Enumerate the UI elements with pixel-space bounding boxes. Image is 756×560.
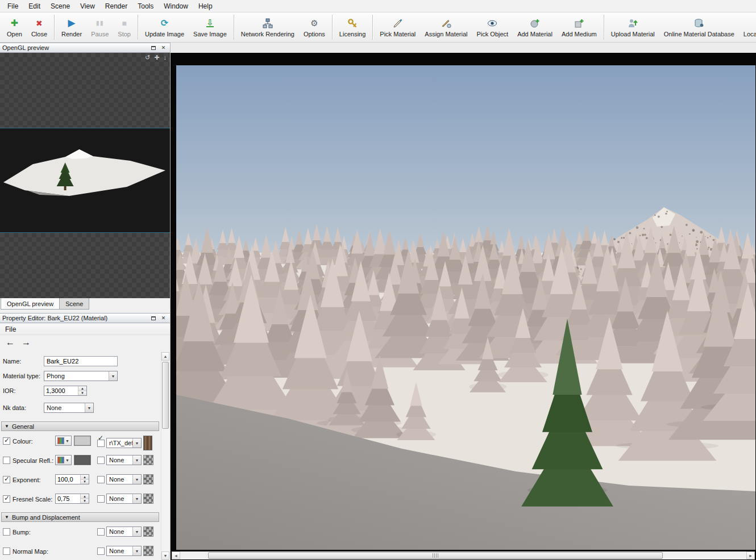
exponent-texture-combo[interactable]: None ▼: [106, 474, 142, 484]
ior-spinner[interactable]: ▲▼: [44, 386, 87, 396]
texture-map-button[interactable]: [143, 494, 153, 504]
texture-map-button[interactable]: [143, 546, 153, 556]
specular-enable-checkbox[interactable]: [3, 457, 10, 464]
exponent-enable-checkbox[interactable]: [3, 476, 10, 483]
opengl-preview-surface[interactable]: [0, 128, 170, 233]
colour-texture-combo[interactable]: r\TX_def ▼: [106, 438, 142, 448]
toolbar-button-render[interactable]: ▶Render: [57, 14, 86, 41]
colour-enable-checkbox[interactable]: [3, 437, 10, 445]
specular-picker-dropdown[interactable]: ▼: [55, 455, 72, 465]
nk-data-dropdown[interactable]: None ▼: [44, 403, 94, 413]
chevron-down-icon[interactable]: ▼: [109, 371, 117, 381]
spin-up-icon[interactable]: ▲: [78, 386, 86, 391]
back-icon[interactable]: ←: [6, 338, 15, 347]
fresnel-texture-checkbox[interactable]: [97, 495, 105, 503]
fresnel-enable-checkbox[interactable]: [3, 495, 10, 503]
menu-scene[interactable]: Scene: [45, 1, 75, 12]
exponent-spinner[interactable]: ▲▼: [55, 474, 89, 484]
name-input[interactable]: [44, 356, 118, 366]
colour-picker-dropdown[interactable]: ▼: [55, 436, 72, 446]
toolbar-button-update-image[interactable]: ⟳Update Image: [140, 14, 189, 41]
menu-file[interactable]: File: [2, 1, 23, 12]
toolbar-button-pick-material[interactable]: Pick Material: [375, 14, 420, 41]
zoom-extents-icon[interactable]: ↓: [164, 55, 167, 61]
toolbar-button-upload-material[interactable]: Upload Material: [607, 14, 659, 41]
forward-icon[interactable]: →: [22, 338, 31, 347]
fresnel-texture-combo[interactable]: None ▼: [106, 494, 142, 504]
scroll-down-icon[interactable]: ▼: [161, 551, 169, 560]
toolbar-button-local-material-database[interactable]: Local Material Database: [739, 14, 756, 41]
bump-texture-combo[interactable]: None ▼: [106, 526, 142, 537]
menu-view[interactable]: View: [75, 1, 100, 12]
toolbar-button-stop[interactable]: ■Stop: [113, 14, 135, 41]
chevron-down-icon[interactable]: ▼: [132, 438, 141, 448]
specular-texture-checkbox[interactable]: [97, 457, 105, 464]
normal-map-enable-checkbox[interactable]: [3, 548, 10, 555]
spin-down-icon[interactable]: ▼: [81, 499, 89, 504]
toolbar-button-pause[interactable]: ▮▮Pause: [86, 14, 113, 41]
hscroll-thumb[interactable]: [208, 552, 663, 559]
section-bump-header[interactable]: ▼ Bump and Displacement: [1, 512, 159, 522]
colour-texture-checkbox[interactable]: [97, 440, 105, 447]
viewport-hscrollbar[interactable]: ◄ ►: [172, 551, 755, 559]
property-float-icon[interactable]: [149, 315, 157, 322]
fresnel-input[interactable]: [56, 494, 80, 503]
specular-texture-combo[interactable]: None ▼: [106, 455, 142, 465]
spin-down-icon[interactable]: ▼: [78, 391, 86, 396]
section-general-header[interactable]: ▼ General: [1, 421, 159, 431]
toolbar-button-assign-material[interactable]: Assign Material: [420, 14, 472, 41]
chevron-down-icon[interactable]: ▼: [132, 546, 141, 555]
toolbar-button-pick-object[interactable]: Pick Object: [472, 14, 513, 41]
material-type-dropdown[interactable]: Phong ▼: [44, 371, 118, 381]
bark-texture-preview[interactable]: [143, 436, 152, 450]
opengl-preview-area[interactable]: ↺✚↓: [0, 53, 170, 298]
pan-icon[interactable]: ✚: [154, 55, 159, 61]
dock-float-icon[interactable]: [149, 44, 157, 52]
chevron-down-icon[interactable]: ▼: [132, 475, 141, 484]
chevron-down-icon[interactable]: ▼: [132, 455, 141, 465]
ior-input[interactable]: [44, 386, 78, 395]
spin-down-icon[interactable]: ▼: [81, 480, 89, 484]
normal-map-texture-combo[interactable]: None ▼: [106, 546, 142, 556]
toolbar-button-options[interactable]: ⚙Options: [299, 14, 330, 41]
texture-map-button[interactable]: [143, 455, 153, 465]
spin-up-icon[interactable]: ▲: [81, 494, 89, 499]
menu-help[interactable]: Help: [193, 1, 218, 12]
orbit-icon[interactable]: ↺: [145, 55, 150, 61]
specular-swatch-button[interactable]: [74, 455, 91, 465]
menu-edit[interactable]: Edit: [23, 1, 45, 12]
fresnel-spinner[interactable]: ▲▼: [55, 494, 89, 504]
chevron-down-icon[interactable]: ▼: [132, 527, 141, 536]
exponent-texture-checkbox[interactable]: [97, 476, 105, 483]
toolbar-button-close[interactable]: ✖Close: [27, 14, 52, 41]
texture-map-button[interactable]: [143, 474, 153, 484]
property-close-icon[interactable]: ✕: [159, 315, 168, 322]
exponent-input[interactable]: [56, 475, 80, 484]
menu-window[interactable]: Window: [159, 1, 193, 12]
chevron-down-icon[interactable]: ▼: [85, 403, 93, 412]
scroll-left-icon[interactable]: ◄: [172, 551, 180, 559]
menu-render[interactable]: Render: [100, 1, 132, 12]
scroll-right-icon[interactable]: ►: [746, 551, 755, 559]
toolbar-button-online-material-database[interactable]: Online Material Database: [659, 14, 739, 41]
spin-up-icon[interactable]: ▲: [81, 475, 89, 480]
bump-texture-checkbox[interactable]: [97, 528, 105, 536]
dock-close-icon[interactable]: ✕: [159, 44, 168, 52]
chevron-down-icon[interactable]: ▼: [132, 494, 141, 503]
menu-tools[interactable]: Tools: [132, 1, 159, 12]
toolbar-button-licensing[interactable]: Licensing: [335, 14, 370, 41]
toolbar-button-add-material[interactable]: Add Material: [513, 14, 557, 41]
scroll-up-icon[interactable]: ▲: [161, 352, 169, 361]
tab-opengl-preview[interactable]: OpenGL preview: [1, 298, 60, 310]
toolbar-button-open[interactable]: ✚Open: [2, 14, 27, 41]
property-menu-file[interactable]: File: [0, 324, 21, 335]
tab-scene[interactable]: Scene: [59, 298, 89, 310]
texture-map-button[interactable]: [143, 526, 153, 537]
vscroll-thumb[interactable]: [162, 362, 169, 429]
colour-swatch-button[interactable]: [74, 436, 91, 446]
toolbar-button-save-image[interactable]: ⇩Save Image: [189, 14, 231, 41]
toolbar-button-add-medium[interactable]: Add Medium: [557, 14, 601, 41]
property-editor-scrollbar[interactable]: ▲ ▼: [161, 352, 169, 560]
toolbar-button-network-rendering[interactable]: Network Rendering: [236, 14, 299, 41]
bump-enable-checkbox[interactable]: [3, 528, 10, 536]
